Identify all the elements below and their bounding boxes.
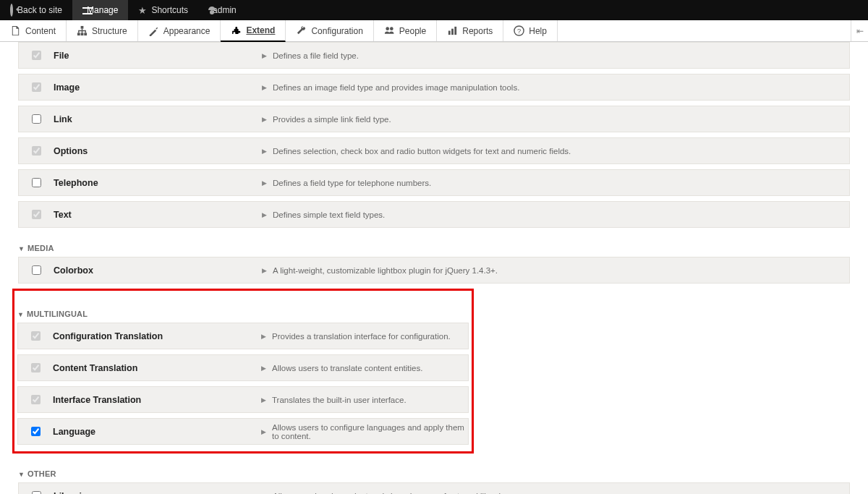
caret-down-icon: ▼ — [18, 245, 25, 252]
module-enable-checkbox — [31, 395, 41, 404]
shortcuts-label: Shortcuts — [151, 5, 188, 15]
svg-point-5 — [390, 27, 393, 30]
module-name[interactable]: Libraries — [54, 491, 262, 495]
module-row: Options▶Defines selection, check box and… — [18, 137, 850, 164]
group-title[interactable]: ▼MEDIA — [18, 244, 850, 252]
back-icon — [10, 5, 13, 15]
module-description: Defines an image field type and provides… — [273, 83, 519, 92]
toolbar-orientation-toggle[interactable]: ⇤ — [851, 20, 868, 41]
star-icon: ★ — [138, 5, 147, 16]
module-row: Libraries▶Allows version-dependent and s… — [18, 482, 850, 494]
expand-icon[interactable]: ▶ — [262, 148, 267, 155]
module-name[interactable]: Colorbox — [54, 265, 262, 276]
structure-icon — [77, 25, 88, 36]
module-name[interactable]: File — [54, 51, 262, 61]
module-name[interactable]: Language — [53, 427, 261, 437]
svg-rect-2 — [81, 33, 84, 35]
tab-configuration[interactable]: Configuration — [286, 20, 373, 41]
module-description: Defines a file field type. — [273, 51, 359, 60]
module-name[interactable]: Image — [54, 82, 262, 93]
module-name[interactable]: Text — [54, 210, 262, 220]
svg-rect-7 — [451, 29, 454, 35]
group-title-text: MEDIA — [27, 244, 54, 252]
caret-down-icon: ▼ — [17, 311, 24, 318]
content-icon — [10, 25, 21, 36]
module-description: A light-weight, customizable lightbox pl… — [273, 266, 498, 275]
module-enable-checkbox — [32, 82, 41, 92]
module-enable-checkbox[interactable] — [32, 178, 41, 187]
group-title-text: OTHER — [27, 469, 56, 478]
module-row: Text▶Defines simple text field types. — [18, 201, 850, 228]
orientation-icon: ⇤ — [856, 26, 864, 36]
extend-icon — [231, 25, 242, 36]
reports-icon — [447, 25, 458, 36]
module-row: Content Translation▶Allows users to tran… — [17, 354, 469, 381]
module-row: Language▶Allows users to configure langu… — [17, 418, 469, 445]
module-row: Image▶Defines an image field type and pr… — [18, 74, 850, 101]
group-title[interactable]: ▼OTHER — [18, 469, 850, 478]
module-enable-checkbox[interactable] — [31, 427, 41, 436]
module-description: Allows version-dependent and shared usag… — [273, 492, 512, 495]
module-enable-checkbox[interactable] — [32, 114, 41, 124]
help-icon: ? — [514, 25, 524, 36]
expand-icon[interactable]: ▶ — [261, 333, 266, 340]
svg-rect-3 — [84, 33, 87, 35]
module-enable-checkbox[interactable] — [32, 265, 41, 275]
highlight-box: ▼MULTILINGUALConfiguration Translation▶P… — [12, 289, 474, 453]
module-name[interactable]: Interface Translation — [53, 395, 261, 405]
module-name[interactable]: Link — [54, 114, 262, 124]
expand-icon[interactable]: ▶ — [262, 52, 267, 59]
module-description: Defines a field type for telephone numbe… — [273, 179, 431, 187]
module-description: Defines simple text field types. — [273, 210, 385, 219]
module-enable-checkbox — [32, 146, 41, 156]
module-enable-checkbox[interactable] — [32, 491, 41, 494]
module-enable-checkbox — [31, 363, 41, 372]
module-name[interactable]: Content Translation — [53, 363, 261, 373]
user-menu[interactable]: admin — [198, 0, 247, 20]
module-enable-checkbox — [32, 51, 41, 60]
module-description: Provides a simple link field type. — [273, 115, 391, 124]
module-description: Translates the built-in user interface. — [272, 396, 407, 404]
group-title-text: MULTILINGUAL — [27, 310, 88, 318]
tab-reports[interactable]: Reports — [437, 20, 503, 41]
expand-icon[interactable]: ▶ — [262, 116, 267, 123]
module-row: File▶Defines a file field type. — [18, 42, 850, 69]
configuration-icon — [296, 25, 307, 36]
admin-tabbar: Content Structure Appearance Extend Conf… — [0, 20, 868, 42]
tab-content[interactable]: Content — [0, 20, 67, 41]
expand-icon[interactable]: ▶ — [261, 396, 266, 404]
module-description: Defines selection, check box and radio b… — [273, 147, 571, 156]
group-title[interactable]: ▼MULTILINGUAL — [17, 310, 469, 318]
module-name[interactable]: Options — [54, 146, 262, 156]
tab-extend[interactable]: Extend — [221, 20, 286, 42]
module-enable-checkbox — [31, 331, 41, 341]
tab-help[interactable]: ? Help — [503, 20, 558, 41]
module-description: Allows users to configure languages and … — [272, 423, 468, 440]
svg-rect-1 — [77, 33, 80, 35]
module-row: Telephone▶Defines a field type for telep… — [18, 169, 850, 196]
module-name[interactable]: Configuration Translation — [53, 331, 261, 341]
shortcuts-link[interactable]: ★ Shortcuts — [128, 0, 198, 20]
user-label: admin — [213, 5, 237, 15]
expand-icon[interactable]: ▶ — [261, 428, 266, 435]
tab-appearance[interactable]: Appearance — [138, 20, 221, 41]
appearance-icon — [148, 25, 159, 36]
module-name[interactable]: Telephone — [54, 178, 262, 188]
svg-rect-0 — [81, 26, 84, 29]
back-to-site-link[interactable]: Back to site — [0, 0, 72, 20]
tab-people[interactable]: People — [374, 20, 437, 41]
module-row: Colorbox▶A light-weight, customizable li… — [18, 257, 850, 284]
expand-icon[interactable]: ▶ — [262, 267, 267, 274]
module-description: Allows users to translate content entiti… — [272, 364, 422, 372]
expand-icon[interactable]: ▶ — [262, 84, 267, 91]
expand-icon[interactable]: ▶ — [261, 365, 266, 372]
manage-toggle[interactable]: Manage — [72, 0, 128, 20]
people-icon — [384, 25, 395, 36]
expand-icon[interactable]: ▶ — [262, 179, 267, 187]
admin-toolbar: Back to site Manage ★ Shortcuts admin — [0, 0, 868, 20]
module-row: Interface Translation▶Translates the bui… — [17, 386, 469, 413]
tab-structure[interactable]: Structure — [67, 20, 138, 41]
module-list: File▶Defines a file field type.Image▶Def… — [0, 42, 868, 494]
module-row: Configuration Translation▶Provides a tra… — [17, 323, 469, 349]
expand-icon[interactable]: ▶ — [262, 211, 267, 218]
